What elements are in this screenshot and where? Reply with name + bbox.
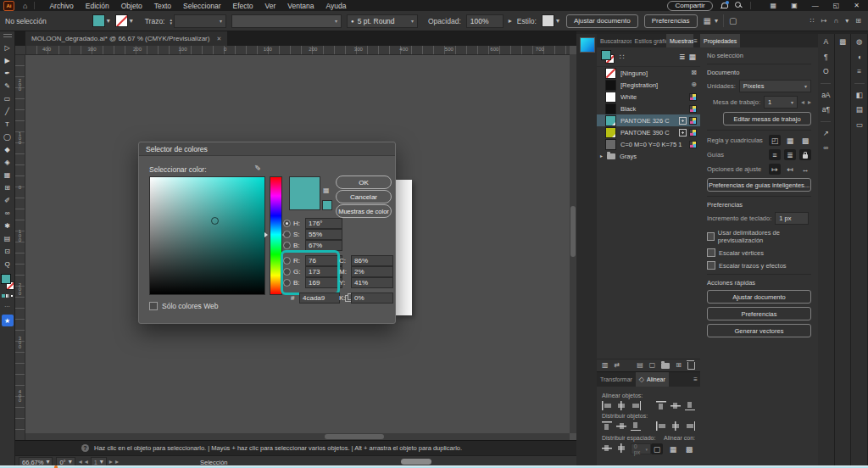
last-artboard-icon[interactable]: ▸ xyxy=(115,459,119,465)
style-chevron-icon[interactable]: ▾ xyxy=(556,18,559,25)
export-panel-icon[interactable]: ↗ xyxy=(823,130,829,137)
distribute-bottom-icon[interactable] xyxy=(631,421,641,431)
m-input[interactable]: 2% xyxy=(351,266,393,277)
prev-artboard-icon[interactable]: ◂ xyxy=(85,459,88,465)
arrange-chevron-icon[interactable]: ▾ xyxy=(845,18,849,25)
isolate-chevron-icon[interactable]: ▾ xyxy=(715,18,718,25)
stroke-weight-combo[interactable]: ▾ xyxy=(174,14,226,28)
tab-alinear[interactable]: ◇ Alinear xyxy=(636,372,669,387)
b-input[interactable]: 67% xyxy=(305,240,342,251)
snap-grid-icon[interactable]: ⊞ xyxy=(855,18,861,25)
gradient-panel-icon[interactable]: ▩ xyxy=(839,38,846,46)
width-tool[interactable]: ◈ xyxy=(0,156,15,169)
g-radio[interactable] xyxy=(283,268,291,276)
selection-tool[interactable]: ▷ xyxy=(0,42,15,54)
quick-action-fit-document[interactable]: Ajustar documento xyxy=(707,290,811,304)
grid-view-icon[interactable]: ▦ xyxy=(688,53,696,61)
k-input[interactable]: 0% xyxy=(351,292,393,304)
scale-corners-checkbox[interactable] xyxy=(707,248,715,257)
align-left-icon[interactable] xyxy=(602,401,612,410)
distribute-top-icon[interactable] xyxy=(602,421,612,431)
web-colors-checkbox-row[interactable]: Sólo colores Web xyxy=(149,302,218,310)
h-input[interactable]: 176° xyxy=(305,218,342,229)
saturation-brightness-field[interactable] xyxy=(149,176,265,295)
stroke-color-swatch[interactable] xyxy=(115,14,128,27)
distribute-right-icon[interactable] xyxy=(685,421,695,431)
minimize-button[interactable]: — xyxy=(809,2,822,9)
document-setup-icon[interactable]: ▢ xyxy=(729,17,737,25)
eyedropper-icon[interactable]: ✎ xyxy=(254,163,261,171)
share-button[interactable]: Compartir xyxy=(667,1,712,11)
tab-muestras[interactable]: Muestras xyxy=(666,34,693,47)
opentype-panel-icon[interactable]: O xyxy=(823,68,829,75)
menu-ver[interactable]: Ver xyxy=(259,2,282,10)
snap-tab-icon[interactable]: ↦ xyxy=(821,18,827,25)
show-guides-icon[interactable]: ≡ xyxy=(769,149,781,160)
isolate-icon[interactable]: ▦ xyxy=(704,17,711,25)
distribute-vcenter-icon[interactable] xyxy=(616,421,626,431)
list-view-icon[interactable]: ≣ xyxy=(679,53,686,61)
s-radio[interactable] xyxy=(283,231,291,238)
grid-toggle-icon[interactable]: ▦ xyxy=(784,135,796,146)
add-to-swatches-icon[interactable]: ▦ xyxy=(323,187,330,194)
color-mode-none[interactable] xyxy=(10,294,14,298)
quick-action-generate-vectors[interactable]: Generar vectores xyxy=(707,324,811,337)
color-field-marker[interactable] xyxy=(211,217,219,225)
snap-pixel-icon[interactable]: ↤ xyxy=(784,164,796,175)
tab-propiedades[interactable]: Propiedades xyxy=(700,34,740,47)
quick-action-preferences[interactable]: Preferencias xyxy=(707,307,811,320)
new-swatch-icon[interactable]: ⊞ xyxy=(676,362,682,369)
menu-efecto[interactable]: Efecto xyxy=(226,2,259,10)
style-swatch[interactable] xyxy=(542,14,554,27)
horizontal-scrollbar[interactable] xyxy=(25,433,570,440)
ruler-corner[interactable] xyxy=(15,46,26,55)
rectangle-tool[interactable]: ▭ xyxy=(0,92,15,105)
vertical-scrollbar[interactable] xyxy=(570,54,576,433)
paragraph-panel-icon[interactable]: ¶ xyxy=(824,53,828,61)
fill-proxy[interactable] xyxy=(1,274,11,284)
restore-button[interactable]: ◱ xyxy=(830,2,843,9)
next-artboard-icon[interactable]: ▸ xyxy=(808,99,811,106)
tab-transformar[interactable]: Transformar xyxy=(597,372,636,387)
direct-selection-tool[interactable]: ▶ xyxy=(0,54,15,67)
hue-slider[interactable] xyxy=(270,176,282,295)
spacing-value-combo[interactable]: 0 px▾ xyxy=(631,443,651,454)
align-to-key-object-icon[interactable]: ▩ xyxy=(683,443,695,454)
edit-artboards-button[interactable]: Editar mesas de trabajo xyxy=(723,112,811,125)
distribute-hcenter-icon[interactable] xyxy=(670,421,681,431)
links-panel-icon[interactable]: ∞ xyxy=(823,144,828,152)
ruler-toggle-icon[interactable]: ◰ xyxy=(769,135,781,146)
close-button[interactable]: ✕ xyxy=(850,2,863,9)
transparency-grid-icon[interactable]: ▩ xyxy=(799,135,811,146)
swatch-kinds-icon[interactable]: ∷ xyxy=(620,53,625,61)
notifications-bell-icon[interactable] xyxy=(721,3,727,9)
swatch-row-gray-75[interactable]: C=0 M=0 Y=0 K=75 1 xyxy=(597,138,700,150)
swatch-options-icon[interactable]: ▢ xyxy=(649,362,656,369)
snap-guides-icon[interactable]: ≣ xyxy=(784,149,796,160)
b2-input[interactable]: 169 xyxy=(305,277,342,288)
swatch-group-grays[interactable]: ▸ Grays xyxy=(597,150,700,162)
swatch-row-black[interactable]: Black xyxy=(597,103,700,114)
distribute-vspace-icon[interactable] xyxy=(602,443,612,453)
brush-definition-combo[interactable]: ●5 pt. Round▾ xyxy=(347,14,418,28)
dialog-title[interactable]: Selector de colores xyxy=(139,142,395,156)
arrange-icon[interactable]: ∩ xyxy=(834,18,839,25)
color-mode-gradient[interactable] xyxy=(6,294,9,298)
hex-input[interactable]: 4cada9 xyxy=(299,292,340,304)
menu-ventana[interactable]: Ventana xyxy=(281,2,320,10)
stroke-panel-icon[interactable]: ≡ xyxy=(857,68,861,75)
status-scrollbar-thumb[interactable] xyxy=(401,459,431,465)
graph-tool[interactable]: ▤ xyxy=(0,232,15,245)
preview-bounds-checkbox[interactable] xyxy=(707,232,715,241)
scale-tool[interactable]: ◆ xyxy=(0,143,15,156)
lock-guides-icon[interactable] xyxy=(799,149,811,160)
document-tab[interactable]: MOLOON_degradado.ai* @ 66,67 % (CMYK/Pre… xyxy=(25,31,227,46)
character-panel-icon[interactable]: A xyxy=(824,38,829,46)
ok-button[interactable]: OK xyxy=(336,176,392,189)
opacity-expand-icon[interactable]: ▸ xyxy=(509,18,512,25)
align-right-icon[interactable] xyxy=(631,401,641,410)
gradient-tool[interactable]: ▦ xyxy=(0,169,15,181)
pen-tool[interactable]: ✒ xyxy=(0,67,15,80)
preview-bounds-checkbox-row[interactable]: Usar delimitadores de previsualización xyxy=(707,229,811,244)
s-input[interactable]: 55% xyxy=(305,229,342,240)
